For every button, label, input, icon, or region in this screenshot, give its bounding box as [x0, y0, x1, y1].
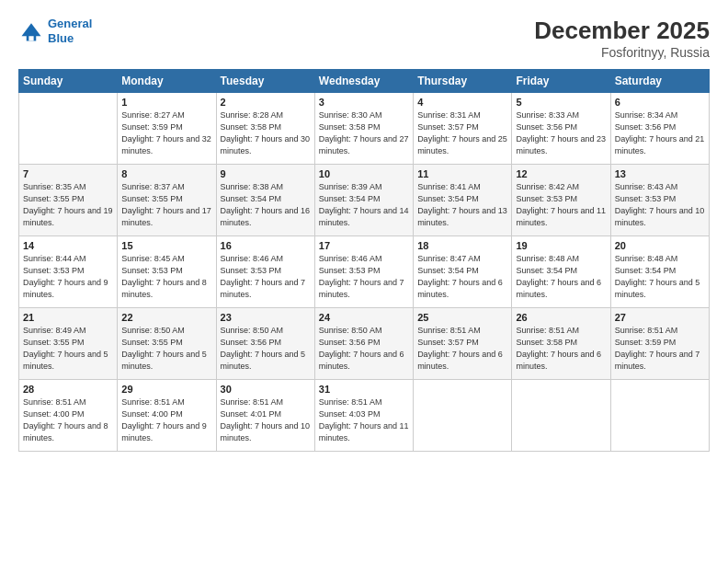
logo-text: General Blue	[48, 17, 92, 45]
header: General Blue December 2025 Fosforitnyy, …	[18, 17, 710, 60]
logo: General Blue	[18, 17, 92, 45]
logo-general: General	[48, 17, 92, 30]
day-info: Sunrise: 8:50 AMSunset: 3:55 PMDaylight:…	[121, 325, 211, 373]
col-header-sunday: Sunday	[19, 70, 118, 93]
day-cell: 28Sunrise: 8:51 AMSunset: 4:00 PMDayligh…	[19, 380, 118, 452]
svg-rect-2	[28, 36, 33, 40]
col-header-monday: Monday	[118, 70, 216, 93]
week-row-0: 1Sunrise: 8:27 AMSunset: 3:59 PMDaylight…	[19, 93, 710, 165]
day-info: Sunrise: 8:51 AMSunset: 3:57 PMDaylight:…	[417, 325, 507, 373]
title-block: December 2025 Fosforitnyy, Russia	[534, 17, 710, 60]
day-number: 3	[319, 97, 409, 108]
day-cell: 20Sunrise: 8:48 AMSunset: 3:54 PMDayligh…	[610, 236, 709, 308]
day-info: Sunrise: 8:51 AMSunset: 3:58 PMDaylight:…	[516, 325, 606, 373]
day-number: 5	[516, 97, 606, 108]
day-cell: 24Sunrise: 8:50 AMSunset: 3:56 PMDayligh…	[314, 308, 413, 380]
day-cell: 8Sunrise: 8:37 AMSunset: 3:55 PMDaylight…	[118, 165, 216, 236]
day-cell: 29Sunrise: 8:51 AMSunset: 4:00 PMDayligh…	[118, 380, 216, 452]
day-number: 20	[615, 240, 705, 251]
day-info: Sunrise: 8:51 AMSunset: 3:59 PMDaylight:…	[615, 325, 705, 373]
logo-blue: Blue	[48, 31, 92, 46]
week-row-2: 14Sunrise: 8:44 AMSunset: 3:53 PMDayligh…	[19, 236, 710, 308]
day-number: 2	[221, 97, 311, 108]
day-cell	[512, 380, 610, 452]
day-number: 24	[319, 312, 409, 323]
day-info: Sunrise: 8:31 AMSunset: 3:57 PMDaylight:…	[417, 109, 507, 157]
day-number: 15	[121, 240, 211, 251]
day-info: Sunrise: 8:49 AMSunset: 3:55 PMDaylight:…	[23, 325, 113, 373]
week-row-4: 28Sunrise: 8:51 AMSunset: 4:00 PMDayligh…	[19, 380, 710, 452]
day-cell	[19, 93, 118, 165]
day-info: Sunrise: 8:51 AMSunset: 4:00 PMDaylight:…	[121, 396, 211, 444]
day-number: 13	[615, 168, 705, 179]
week-row-3: 21Sunrise: 8:49 AMSunset: 3:55 PMDayligh…	[19, 308, 710, 380]
day-number: 28	[23, 384, 113, 395]
day-info: Sunrise: 8:51 AMSunset: 4:01 PMDaylight:…	[221, 396, 311, 444]
day-cell: 15Sunrise: 8:45 AMSunset: 3:53 PMDayligh…	[118, 236, 216, 308]
col-header-tuesday: Tuesday	[216, 70, 314, 93]
day-info: Sunrise: 8:48 AMSunset: 3:54 PMDaylight:…	[615, 253, 705, 301]
day-cell: 9Sunrise: 8:38 AMSunset: 3:54 PMDaylight…	[216, 165, 314, 236]
day-cell	[414, 380, 512, 452]
day-number: 7	[23, 168, 113, 179]
day-cell: 26Sunrise: 8:51 AMSunset: 3:58 PMDayligh…	[512, 308, 610, 380]
day-cell: 14Sunrise: 8:44 AMSunset: 3:53 PMDayligh…	[19, 236, 118, 308]
day-number: 29	[121, 384, 211, 395]
day-cell: 7Sunrise: 8:35 AMSunset: 3:55 PMDaylight…	[19, 165, 118, 236]
day-number: 14	[23, 240, 113, 251]
day-info: Sunrise: 8:38 AMSunset: 3:54 PMDaylight:…	[221, 181, 311, 229]
day-number: 16	[221, 240, 311, 251]
location: Fosforitnyy, Russia	[534, 45, 710, 60]
day-cell: 6Sunrise: 8:34 AMSunset: 3:56 PMDaylight…	[610, 93, 709, 165]
day-info: Sunrise: 8:34 AMSunset: 3:56 PMDaylight:…	[615, 109, 705, 157]
day-number: 17	[319, 240, 409, 251]
day-number: 1	[121, 97, 211, 108]
day-info: Sunrise: 8:45 AMSunset: 3:53 PMDaylight:…	[121, 253, 211, 301]
day-cell: 23Sunrise: 8:50 AMSunset: 3:56 PMDayligh…	[216, 308, 314, 380]
day-number: 19	[516, 240, 606, 251]
day-info: Sunrise: 8:37 AMSunset: 3:55 PMDaylight:…	[121, 181, 211, 229]
day-info: Sunrise: 8:48 AMSunset: 3:54 PMDaylight:…	[516, 253, 606, 301]
calendar-table: SundayMondayTuesdayWednesdayThursdayFrid…	[18, 69, 710, 452]
day-cell: 19Sunrise: 8:48 AMSunset: 3:54 PMDayligh…	[512, 236, 610, 308]
day-cell: 2Sunrise: 8:28 AMSunset: 3:58 PMDaylight…	[216, 93, 314, 165]
day-info: Sunrise: 8:50 AMSunset: 3:56 PMDaylight:…	[319, 325, 409, 373]
day-info: Sunrise: 8:42 AMSunset: 3:53 PMDaylight:…	[516, 181, 606, 229]
day-cell: 16Sunrise: 8:46 AMSunset: 3:53 PMDayligh…	[216, 236, 314, 308]
day-cell: 27Sunrise: 8:51 AMSunset: 3:59 PMDayligh…	[610, 308, 709, 380]
day-number: 25	[417, 312, 507, 323]
day-cell: 18Sunrise: 8:47 AMSunset: 3:54 PMDayligh…	[414, 236, 512, 308]
page: General Blue December 2025 Fosforitnyy, …	[0, 0, 728, 563]
day-number: 9	[221, 168, 311, 179]
col-header-saturday: Saturday	[610, 70, 709, 93]
day-info: Sunrise: 8:50 AMSunset: 3:56 PMDaylight:…	[221, 325, 311, 373]
day-cell: 31Sunrise: 8:51 AMSunset: 4:03 PMDayligh…	[314, 380, 413, 452]
day-cell: 21Sunrise: 8:49 AMSunset: 3:55 PMDayligh…	[19, 308, 118, 380]
col-header-thursday: Thursday	[414, 70, 512, 93]
day-info: Sunrise: 8:35 AMSunset: 3:55 PMDaylight:…	[23, 181, 113, 229]
day-number: 22	[121, 312, 211, 323]
day-info: Sunrise: 8:43 AMSunset: 3:53 PMDaylight:…	[615, 181, 705, 229]
header-row: SundayMondayTuesdayWednesdayThursdayFrid…	[19, 70, 710, 93]
day-number: 23	[221, 312, 311, 323]
day-cell: 17Sunrise: 8:46 AMSunset: 3:53 PMDayligh…	[314, 236, 413, 308]
day-cell: 3Sunrise: 8:30 AMSunset: 3:58 PMDaylight…	[314, 93, 413, 165]
day-info: Sunrise: 8:47 AMSunset: 3:54 PMDaylight:…	[417, 253, 507, 301]
logo-icon	[18, 18, 44, 44]
day-cell: 30Sunrise: 8:51 AMSunset: 4:01 PMDayligh…	[216, 380, 314, 452]
day-info: Sunrise: 8:51 AMSunset: 4:00 PMDaylight:…	[23, 396, 113, 444]
day-info: Sunrise: 8:41 AMSunset: 3:54 PMDaylight:…	[417, 181, 507, 229]
svg-marker-0	[22, 23, 41, 36]
day-cell	[610, 380, 709, 452]
day-number: 27	[615, 312, 705, 323]
day-number: 18	[417, 240, 507, 251]
day-number: 26	[516, 312, 606, 323]
day-number: 12	[516, 168, 606, 179]
col-header-wednesday: Wednesday	[314, 70, 413, 93]
col-header-friday: Friday	[512, 70, 610, 93]
day-info: Sunrise: 8:51 AMSunset: 4:03 PMDaylight:…	[319, 396, 409, 444]
month-year: December 2025	[534, 17, 710, 45]
day-number: 6	[615, 97, 705, 108]
day-number: 11	[417, 168, 507, 179]
day-info: Sunrise: 8:46 AMSunset: 3:53 PMDaylight:…	[221, 253, 311, 301]
